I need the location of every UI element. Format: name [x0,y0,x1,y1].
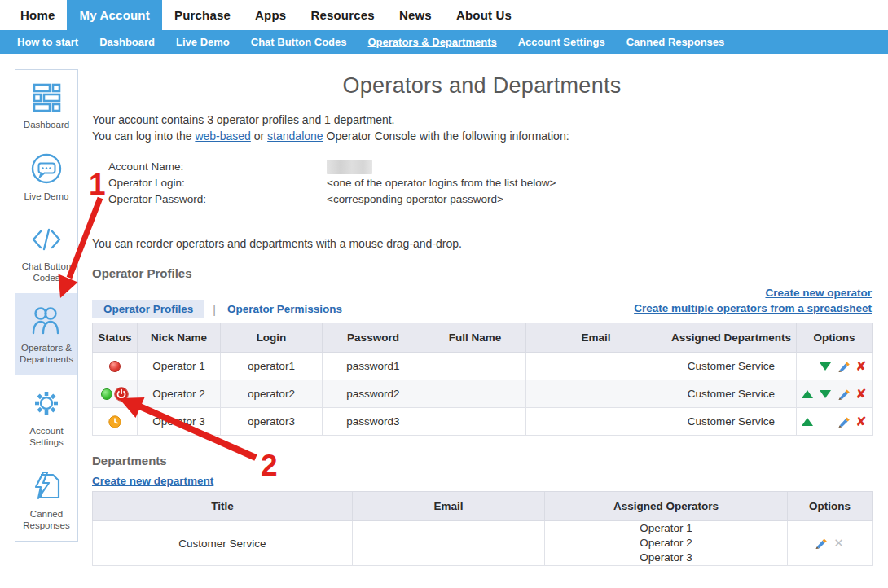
nick-name-cell: Operator 2 [138,380,221,408]
main-content: Operators and Departments Your account c… [92,54,872,566]
nav-about-us[interactable]: About Us [444,0,524,30]
intro-line-1: Your account contains 3 operator profile… [92,112,872,128]
nick-name-cell: Operator 3 [138,408,221,436]
departments-cell: Customer Service [666,380,797,408]
delete-icon[interactable]: ✘ [855,360,868,373]
sidebar-label: Chat Button Codes [18,261,75,283]
nav-purchase[interactable]: Purchase [162,0,243,30]
departments-table: Title Email Assigned Operators Options C… [92,491,873,566]
col-nick-name: Nick Name [138,323,221,353]
account-name-row: Account Name: [108,159,872,175]
col-full-name: Full Name [424,323,526,353]
operator-password-row: Operator Password: <corresponding operat… [108,191,872,208]
subnav-live-demo[interactable]: Live Demo [165,30,240,54]
password-cell: password2 [323,380,424,408]
subnav-dashboard[interactable]: Dashboard [89,30,165,54]
create-new-department-link[interactable]: Create new department [92,475,213,487]
icon-sidebar: Dashboard Live Demo Chat Button Codes [15,69,78,542]
nav-home[interactable]: Home [8,0,67,30]
intro-text: Your account contains 3 operator profile… [92,112,872,144]
col-password: Password [323,323,424,353]
reorder-note: You can reorder operators and department… [92,237,872,250]
move-up-icon[interactable] [802,388,814,401]
delete-icon[interactable]: ✘ [855,415,868,428]
col-assigned-departments: Assigned Departments [666,323,797,353]
people-icon [18,304,75,338]
sidebar-item-canned-responses[interactable]: Canned Responses [15,458,77,541]
move-down-icon[interactable] [820,388,832,401]
departments-section: Departments Create new department Title … [92,454,872,566]
edit-icon[interactable] [837,415,850,428]
subnav-account-settings[interactable]: Account Settings [508,30,616,54]
sidebar-item-account-settings[interactable]: Account Settings [15,375,77,458]
full-name-cell [424,408,526,436]
status-away-icon [108,415,121,428]
sidebar-item-chat-button-codes[interactable]: Chat Button Codes [15,212,77,293]
status-online-icon [101,388,112,400]
sidebar-label: Operators & Departments [18,342,75,365]
account-name-label: Account Name: [108,159,327,175]
delete-icon[interactable]: ✘ [855,388,868,401]
login-info-block: Account Name: Operator Login: <one of th… [108,159,872,208]
create-new-operator-link[interactable]: Create new operator [765,287,872,299]
col-title: Title [93,492,353,521]
sidebar-label: Dashboard [18,119,75,130]
table-row[interactable]: Operator 2 operator2 password2 Customer … [93,380,873,408]
web-based-link[interactable]: web-based [195,129,251,143]
email-cell [526,353,666,380]
col-status: Status [93,323,138,353]
nav-my-account[interactable]: My Account [67,0,161,30]
top-navigation: Home My Account Purchase Apps Resources … [0,0,888,30]
create-operator-links: Create new operator Create multiple oper… [634,285,872,318]
col-options: Options [797,323,873,353]
table-row[interactable]: Operator 1 operator1 password1 Customer … [93,353,873,380]
table-row[interactable]: Customer Service Operator 1 Operator 2 O… [93,521,873,566]
operators-table: Status Nick Name Login Password Full Nam… [92,323,873,436]
login-cell: operator2 [221,380,323,408]
nav-news[interactable]: News [387,0,444,30]
edit-icon[interactable] [815,537,827,550]
create-multiple-operators-link[interactable]: Create multiple operators from a spreads… [634,302,872,314]
nav-apps[interactable]: Apps [243,0,298,30]
sidebar-item-live-demo[interactable]: Live Demo [15,140,77,212]
redacted-account-name [327,160,372,174]
tab-operator-profiles[interactable]: Operator Profiles [92,300,204,318]
move-up-icon[interactable] [802,415,814,428]
operator-password-value: <corresponding operator password> [327,191,503,208]
login-cell: operator1 [221,353,323,380]
sidebar-item-operators-departments[interactable]: Operators & Departments [15,293,77,375]
assigned-operators-cell: Operator 1 Operator 2 Operator 3 [545,521,787,565]
chat-bubble-icon [18,151,75,186]
gear-icon [18,385,75,421]
subnav-how-to-start[interactable]: How to start [7,30,89,54]
subnav-operators-departments[interactable]: Operators & Departments [358,30,508,54]
col-email: Email [526,323,666,353]
department-title-cell: Customer Service [93,521,353,566]
nick-name-cell: Operator 1 [138,353,221,380]
standalone-link[interactable]: standalone [267,129,323,143]
subnav-chat-button-codes[interactable]: Chat Button Codes [240,30,358,54]
tab-operator-permissions[interactable]: Operator Permissions [227,303,342,315]
sidebar-item-dashboard[interactable]: Dashboard [15,70,77,140]
password-cell: password3 [323,408,424,436]
operators-departments-page: { "nav": { "items": [ {"label": "Home", … [0,0,888,588]
table-row[interactable]: Operator 3 operator3 password3 Customer … [93,408,873,436]
operator-password-label: Operator Password: [108,191,327,208]
nav-resources[interactable]: Resources [298,0,387,30]
logoff-power-icon[interactable] [114,387,129,402]
operator-login-value: <one of the operator logins from the lis… [327,175,556,191]
operators-table-header: Status Nick Name Login Password Full Nam… [93,323,873,353]
password-cell: password1 [323,353,424,380]
edit-icon[interactable] [837,360,850,373]
sidebar-label: Canned Responses [18,508,75,531]
col-login: Login [221,323,323,353]
full-name-cell [424,380,526,408]
tab-separator: | [213,303,216,316]
sidebar-label: Live Demo [18,191,75,202]
operator-login-row: Operator Login: <one of the operator log… [108,175,872,191]
col-options: Options [788,492,873,521]
status-offline-icon [109,361,121,372]
edit-icon[interactable] [837,388,850,401]
move-down-icon[interactable] [820,360,832,373]
subnav-canned-responses[interactable]: Canned Responses [616,30,736,54]
